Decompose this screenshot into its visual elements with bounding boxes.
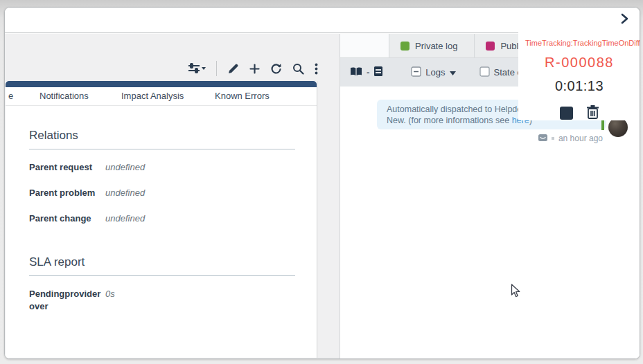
stop-button[interactable] <box>560 107 573 120</box>
tab-impact-analysis[interactable]: Impact Analysis <box>121 91 184 101</box>
field-label: Parent request <box>29 161 105 174</box>
open-book-icon[interactable] <box>350 66 362 79</box>
time-tracker-actions <box>518 104 640 120</box>
chevron-right-icon[interactable] <box>617 12 631 26</box>
logs-filter-group[interactable]: Logs <box>411 66 455 79</box>
search-icon[interactable] <box>292 63 304 75</box>
caret-down-icon[interactable] <box>450 67 456 78</box>
field-label: Parent problem <box>29 187 105 199</box>
collapse-minus-square-icon[interactable] <box>411 66 421 79</box>
refresh-icon[interactable] <box>270 63 282 75</box>
time-tracker-title: TimeTracking:TrackingTimeOnDiffC <box>518 39 640 47</box>
tab-private-log-label: Private log <box>415 41 457 51</box>
toolbar-divider <box>216 61 217 76</box>
object-tab-content: Relations Parent request undefined Paren… <box>6 129 317 313</box>
time-tracker-elapsed: 0:01:13 <box>518 78 640 94</box>
message-icon <box>538 132 547 145</box>
field-row: Parent change undefined <box>29 212 295 225</box>
view-mode-group: - <box>350 66 383 79</box>
tab-cut-off[interactable]: e <box>8 91 13 101</box>
field-label: Pendingprovider over <box>29 288 105 313</box>
log-entry-timestamp: an hour ago <box>558 134 603 143</box>
section-title-relations: Relations <box>29 129 295 143</box>
desktop-background: e Notifications Impact Analysis Known Er… <box>0 0 643 364</box>
log-entry-meta: an hour ago <box>538 132 603 145</box>
app-window: e Notifications Impact Analysis Known Er… <box>4 7 640 359</box>
section-divider <box>29 149 295 149</box>
separator-dot <box>552 137 554 140</box>
object-tabs: e Notifications Impact Analysis Known Er… <box>6 87 317 106</box>
time-tracker-widget: TimeTracking:TrackingTimeOnDiffC R-00008… <box>518 28 640 120</box>
field-value: undefined <box>105 187 145 199</box>
avatar <box>608 118 628 137</box>
field-value: undefined <box>105 212 145 225</box>
more-kebab-icon[interactable] <box>315 63 318 75</box>
tab-notifications[interactable]: Notifications <box>39 91 89 101</box>
dash-separator: - <box>367 67 369 78</box>
field-row: Parent problem undefined <box>29 187 295 199</box>
section-divider <box>29 275 295 276</box>
edit-pencil-icon[interactable] <box>227 63 239 75</box>
field-value: 0s <box>105 288 115 313</box>
time-tracker-ticket-ref: R-000088 <box>518 55 640 71</box>
private-log-swatch <box>400 42 409 51</box>
filter-icon[interactable] <box>188 62 206 75</box>
public-log-swatch <box>486 42 495 51</box>
field-row: Pendingprovider over 0s <box>29 288 295 313</box>
trash-icon[interactable] <box>586 104 599 120</box>
private-log-indicator <box>601 120 604 130</box>
activity-feed: Automatically dispatched to Helpdes New.… <box>340 87 640 358</box>
add-plus-icon[interactable] <box>249 64 260 74</box>
object-details-card: e Notifications Impact Analysis Known Er… <box>6 81 317 358</box>
tab-known-errors[interactable]: Known Errors <box>215 91 270 101</box>
field-label: Parent change <box>29 212 105 225</box>
logs-dropdown-label[interactable]: Logs <box>425 67 445 78</box>
tab-private-log[interactable]: Private log <box>389 34 475 57</box>
object-toolbar <box>171 60 318 77</box>
card-accent-bar <box>6 81 317 87</box>
state-change-checkbox[interactable] <box>479 66 490 79</box>
section-title-sla-report: SLA report <box>29 255 295 269</box>
field-row: Parent request undefined <box>29 161 295 174</box>
closed-book-icon[interactable] <box>373 66 383 79</box>
field-value: undefined <box>105 161 145 174</box>
